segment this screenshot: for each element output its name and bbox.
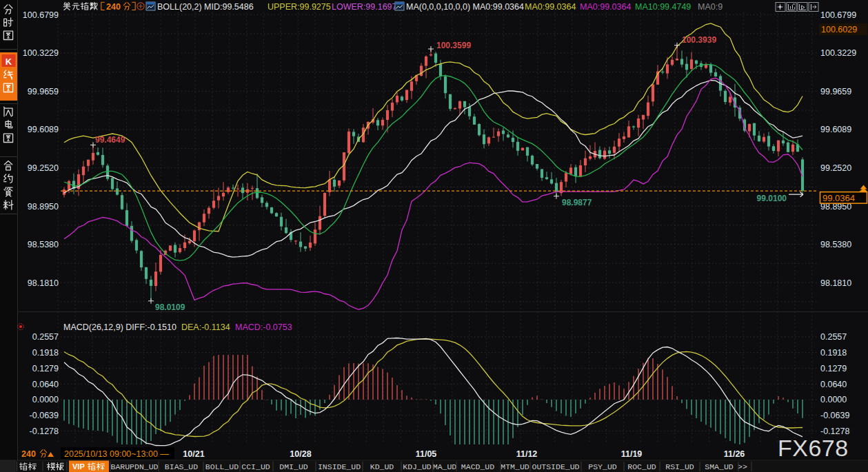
svg-text:MA10:99.4749: MA10:99.4749	[635, 2, 691, 12]
svg-text:RSI_UD: RSI_UD	[665, 462, 694, 471]
svg-text:0.2557: 0.2557	[32, 332, 59, 342]
svg-text:-0.0639: -0.0639	[820, 411, 849, 420]
svg-text:0.0640: 0.0640	[820, 380, 847, 389]
svg-text:0.0000: 0.0000	[32, 395, 59, 404]
svg-text:PSY_UD: PSY_UD	[588, 462, 617, 471]
svg-text:MA0:99.0364: MA0:99.0364	[580, 2, 631, 12]
svg-text:ROC_UD: ROC_UD	[627, 462, 656, 471]
svg-text:98.5380: 98.5380	[28, 240, 59, 249]
svg-text:LOWER:99.1697: LOWER:99.1697	[332, 2, 397, 12]
svg-text:0.1918: 0.1918	[32, 348, 59, 358]
svg-text:98.8950: 98.8950	[28, 202, 59, 212]
svg-text:MA0:9: MA0:9	[698, 2, 723, 12]
svg-text:100.3229: 100.3229	[820, 48, 856, 58]
svg-text:99.6089: 99.6089	[28, 125, 59, 134]
svg-text:99.0100: 99.0100	[757, 194, 787, 203]
svg-text:OUTSIDE_UD: OUTSIDE_UD	[532, 462, 579, 471]
svg-text:100.6029: 100.6029	[821, 25, 857, 34]
svg-text:MACD_UD: MACD_UD	[461, 462, 494, 471]
svg-text:100.3599: 100.3599	[436, 41, 471, 50]
svg-text:>>: >>	[738, 462, 747, 471]
svg-text:0.1279: 0.1279	[32, 364, 59, 373]
svg-text:99.2520: 99.2520	[28, 163, 59, 173]
svg-text:0.1918: 0.1918	[820, 348, 847, 358]
svg-text:11/12: 11/12	[516, 449, 538, 459]
svg-text:99.6089: 99.6089	[820, 125, 851, 134]
svg-text:99.4649: 99.4649	[95, 135, 125, 145]
svg-text:KDJ_UD: KDJ_UD	[403, 462, 432, 471]
svg-text:MACD:-0.0753: MACD:-0.0753	[235, 322, 292, 332]
svg-text:-0.1278: -0.1278	[30, 427, 59, 436]
svg-text:MA(0,0,0,10,0,0) MA0:99.0364: MA(0,0,0,10,0,0) MA0:99.0364	[406, 2, 524, 12]
svg-text:240: 240	[106, 2, 121, 12]
svg-text:10/21: 10/21	[183, 449, 204, 459]
svg-text:-0.0639: -0.0639	[30, 411, 59, 420]
svg-text:98.9877: 98.9877	[562, 198, 592, 207]
svg-text:MA_UD: MA_UD	[433, 462, 457, 471]
svg-text:98.1810: 98.1810	[28, 278, 59, 288]
svg-text:UPPER:99.9275: UPPER:99.9275	[268, 2, 331, 12]
svg-text:BARUPDN_UD: BARUPDN_UD	[110, 462, 158, 471]
svg-text:DMI_UD: DMI_UD	[279, 462, 308, 471]
svg-text:11/05: 11/05	[416, 449, 437, 459]
svg-text:100.3939: 100.3939	[682, 35, 716, 45]
svg-text:MTM_UD: MTM_UD	[501, 462, 529, 471]
svg-text:11/26: 11/26	[724, 449, 745, 459]
svg-text:99.0364: 99.0364	[822, 193, 855, 203]
svg-text:11/19: 11/19	[621, 449, 643, 459]
svg-text:SMA_UD: SMA_UD	[705, 462, 734, 471]
svg-text:FX678: FX678	[778, 435, 849, 461]
svg-text:98.1810: 98.1810	[820, 278, 851, 288]
svg-text:DEA:-0.1134: DEA:-0.1134	[181, 322, 230, 332]
svg-text:240: 240	[21, 449, 36, 459]
svg-text:2025/10/13 09:00~13:00 —: 2025/10/13 09:00~13:00 —	[64, 449, 169, 459]
svg-text:99.2520: 99.2520	[820, 163, 851, 173]
svg-text:INSIDE_UD: INSIDE_UD	[318, 462, 361, 471]
svg-text:0.2557: 0.2557	[820, 332, 847, 342]
svg-text:KD_UD: KD_UD	[370, 462, 394, 471]
svg-text:MACD(26,12,9) DIFF:-0.1510: MACD(26,12,9) DIFF:-0.1510	[63, 322, 176, 332]
svg-text:100.6799: 100.6799	[820, 10, 856, 20]
svg-text:BIAS_UD: BIAS_UD	[165, 462, 198, 471]
svg-text:VIP: VIP	[72, 462, 85, 471]
svg-text:0.0640: 0.0640	[32, 380, 59, 389]
svg-text:98.5380: 98.5380	[820, 240, 851, 249]
svg-text:K: K	[6, 57, 12, 67]
svg-text:BOLL(20,2) MID:99.5486: BOLL(20,2) MID:99.5486	[157, 2, 254, 12]
svg-text:0.0000: 0.0000	[820, 395, 847, 404]
svg-text:10/28: 10/28	[290, 449, 311, 459]
svg-text:98.0109: 98.0109	[155, 302, 185, 312]
svg-text:MA0:99.0364: MA0:99.0364	[525, 2, 576, 12]
svg-text:100.3229: 100.3229	[23, 48, 59, 58]
svg-text:99.9659: 99.9659	[28, 87, 59, 96]
svg-text:BOLL_UD: BOLL_UD	[205, 462, 239, 471]
svg-text:99.9659: 99.9659	[820, 87, 851, 96]
svg-text:CCI_UD: CCI_UD	[241, 462, 270, 471]
svg-text:100.6799: 100.6799	[23, 10, 59, 20]
svg-text:0.1279: 0.1279	[820, 364, 847, 373]
